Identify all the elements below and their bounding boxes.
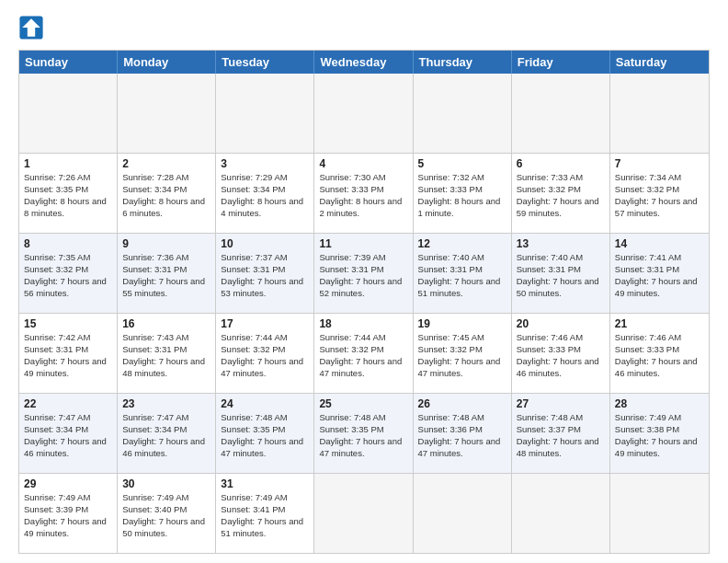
sunset: Sunset: 3:39 PM <box>24 504 88 514</box>
daylight: Daylight: 8 hours and 6 minutes. <box>122 196 205 218</box>
day-number: 18 <box>319 316 407 331</box>
day-cell-28: 28Sunrise: 7:49 AMSunset: 3:38 PMDayligh… <box>610 394 709 473</box>
sunrise: Sunrise: 7:49 AM <box>221 492 287 502</box>
daylight: Daylight: 8 hours and 4 minutes. <box>221 196 303 218</box>
day-cell-6: 6Sunrise: 7:33 AMSunset: 3:32 PMDaylight… <box>512 154 610 233</box>
daylight: Daylight: 8 hours and 1 minute. <box>418 196 501 218</box>
calendar-body: 1Sunrise: 7:26 AMSunset: 3:35 PMDaylight… <box>19 74 709 553</box>
sunset: Sunset: 3:36 PM <box>418 424 483 434</box>
sunrise: Sunrise: 7:32 AM <box>418 172 484 182</box>
header-cell-monday: Monday <box>118 51 216 74</box>
sunrise: Sunrise: 7:40 AM <box>517 252 583 262</box>
sunrise: Sunrise: 7:46 AM <box>615 332 681 342</box>
empty-cell <box>414 474 512 553</box>
day-number: 3 <box>221 156 309 171</box>
daylight: Daylight: 7 hours and 46 minutes. <box>24 436 107 458</box>
sunrise: Sunrise: 7:48 AM <box>221 412 287 422</box>
day-number: 10 <box>221 236 309 251</box>
day-cell-20: 20Sunrise: 7:46 AMSunset: 3:33 PMDayligh… <box>512 314 610 393</box>
daylight: Daylight: 7 hours and 48 minutes. <box>122 356 205 378</box>
sunset: Sunset: 3:31 PM <box>221 264 285 274</box>
day-number: 30 <box>122 477 210 491</box>
sunset: Sunset: 3:31 PM <box>122 264 187 274</box>
day-number: 15 <box>24 316 112 331</box>
sunset: Sunset: 3:35 PM <box>24 184 88 194</box>
daylight: Daylight: 7 hours and 46 minutes. <box>122 436 205 458</box>
day-number: 14 <box>615 236 704 251</box>
sunrise: Sunrise: 7:30 AM <box>319 172 385 182</box>
logo-icon <box>18 15 44 40</box>
sunrise: Sunrise: 7:47 AM <box>122 412 188 422</box>
day-cell-4: 4Sunrise: 7:30 AMSunset: 3:33 PMDaylight… <box>314 154 413 233</box>
day-cell-23: 23Sunrise: 7:47 AMSunset: 3:34 PMDayligh… <box>118 394 216 473</box>
daylight: Daylight: 7 hours and 51 minutes. <box>221 516 303 538</box>
day-cell-31: 31Sunrise: 7:49 AMSunset: 3:41 PMDayligh… <box>216 474 314 553</box>
empty-cell <box>216 74 314 153</box>
day-cell-11: 11Sunrise: 7:39 AMSunset: 3:31 PMDayligh… <box>314 234 413 313</box>
daylight: Daylight: 7 hours and 48 minutes. <box>517 436 599 458</box>
empty-cell <box>19 74 118 153</box>
sunrise: Sunrise: 7:40 AM <box>418 252 484 262</box>
day-cell-25: 25Sunrise: 7:48 AMSunset: 3:35 PMDayligh… <box>314 394 413 473</box>
daylight: Daylight: 7 hours and 47 minutes. <box>319 436 402 458</box>
day-cell-17: 17Sunrise: 7:44 AMSunset: 3:32 PMDayligh… <box>216 314 314 393</box>
sunrise: Sunrise: 7:42 AM <box>24 332 90 342</box>
empty-cell <box>118 74 216 153</box>
day-number: 20 <box>517 316 605 331</box>
daylight: Daylight: 7 hours and 49 minutes. <box>24 516 107 538</box>
header-cell-wednesday: Wednesday <box>314 51 413 74</box>
daylight: Daylight: 7 hours and 50 minutes. <box>517 276 599 298</box>
sunrise: Sunrise: 7:46 AM <box>517 332 583 342</box>
day-number: 22 <box>24 396 112 411</box>
calendar-header: SundayMondayTuesdayWednesdayThursdayFrid… <box>19 51 709 74</box>
day-cell-13: 13Sunrise: 7:40 AMSunset: 3:31 PMDayligh… <box>512 234 610 313</box>
daylight: Daylight: 7 hours and 49 minutes. <box>615 276 698 298</box>
header-cell-saturday: Saturday <box>610 51 709 74</box>
day-cell-18: 18Sunrise: 7:44 AMSunset: 3:32 PMDayligh… <box>314 314 413 393</box>
calendar-row-4: 22Sunrise: 7:47 AMSunset: 3:34 PMDayligh… <box>19 393 709 473</box>
sunrise: Sunrise: 7:49 AM <box>122 492 188 502</box>
day-number: 8 <box>24 236 112 251</box>
sunset: Sunset: 3:33 PM <box>418 184 483 194</box>
sunset: Sunset: 3:34 PM <box>122 184 187 194</box>
day-number: 27 <box>517 396 605 411</box>
empty-cell <box>512 474 610 553</box>
sunrise: Sunrise: 7:35 AM <box>24 252 90 262</box>
daylight: Daylight: 7 hours and 47 minutes. <box>418 436 501 458</box>
sunset: Sunset: 3:32 PM <box>517 184 581 194</box>
daylight: Daylight: 7 hours and 55 minutes. <box>122 276 205 298</box>
page: SundayMondayTuesdayWednesdayThursdayFrid… <box>0 0 728 563</box>
day-cell-10: 10Sunrise: 7:37 AMSunset: 3:31 PMDayligh… <box>216 234 314 313</box>
sunrise: Sunrise: 7:44 AM <box>221 332 287 342</box>
sunrise: Sunrise: 7:36 AM <box>122 252 188 262</box>
day-number: 25 <box>319 396 407 411</box>
day-number: 2 <box>122 156 210 171</box>
sunset: Sunset: 3:37 PM <box>517 424 581 434</box>
day-number: 28 <box>615 396 704 411</box>
calendar-row-0 <box>19 74 709 153</box>
day-cell-24: 24Sunrise: 7:48 AMSunset: 3:35 PMDayligh… <box>216 394 314 473</box>
sunset: Sunset: 3:32 PM <box>221 344 285 354</box>
day-cell-5: 5Sunrise: 7:32 AMSunset: 3:33 PMDaylight… <box>414 154 512 233</box>
sunset: Sunset: 3:31 PM <box>122 344 187 354</box>
day-number: 29 <box>24 477 112 491</box>
day-number: 7 <box>615 156 704 171</box>
daylight: Daylight: 7 hours and 57 minutes. <box>615 196 698 218</box>
day-cell-16: 16Sunrise: 7:43 AMSunset: 3:31 PMDayligh… <box>118 314 216 393</box>
calendar-row-5: 29Sunrise: 7:49 AMSunset: 3:39 PMDayligh… <box>19 473 709 553</box>
sunset: Sunset: 3:33 PM <box>319 184 383 194</box>
sunrise: Sunrise: 7:48 AM <box>319 412 385 422</box>
sunset: Sunset: 3:38 PM <box>615 424 679 434</box>
day-cell-7: 7Sunrise: 7:34 AMSunset: 3:32 PMDaylight… <box>610 154 709 233</box>
day-number: 4 <box>319 156 407 171</box>
sunrise: Sunrise: 7:45 AM <box>418 332 484 342</box>
sunrise: Sunrise: 7:28 AM <box>122 172 188 182</box>
day-number: 13 <box>517 236 605 251</box>
day-cell-30: 30Sunrise: 7:49 AMSunset: 3:40 PMDayligh… <box>118 474 216 553</box>
day-cell-9: 9Sunrise: 7:36 AMSunset: 3:31 PMDaylight… <box>118 234 216 313</box>
sunrise: Sunrise: 7:49 AM <box>24 492 90 502</box>
day-number: 12 <box>418 236 506 251</box>
header-cell-sunday: Sunday <box>19 51 118 74</box>
daylight: Daylight: 7 hours and 49 minutes. <box>24 356 107 378</box>
daylight: Daylight: 7 hours and 47 minutes. <box>418 356 501 378</box>
